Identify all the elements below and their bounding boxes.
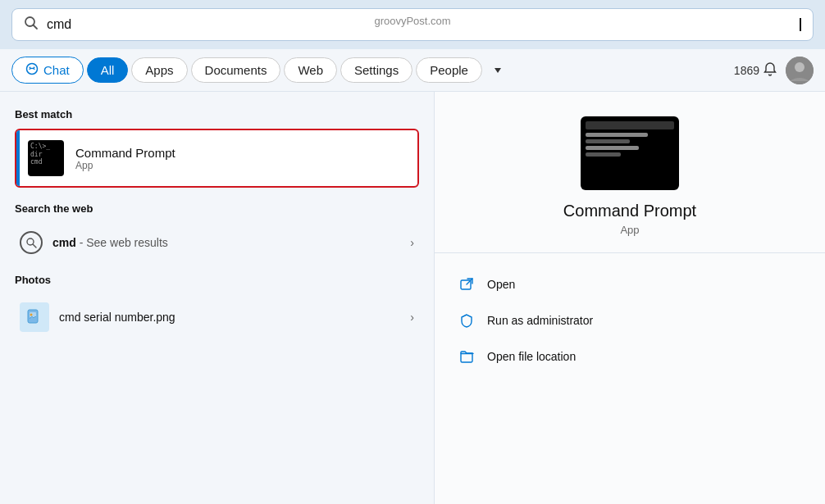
cmd-preview-bar <box>586 121 674 129</box>
right-app-type: App <box>620 224 639 236</box>
svg-line-14 <box>467 279 472 284</box>
photos-section: Photos cmd serial number.png › <box>15 274 419 340</box>
chevron-right-icon: › <box>410 236 414 249</box>
right-app-title: Command Prompt <box>563 202 696 220</box>
svg-marker-5 <box>495 68 501 73</box>
photos-section-label: Photos <box>15 274 419 286</box>
search-bar-container: cmd <box>0 0 825 49</box>
tab-documents[interactable]: Documents <box>191 57 281 83</box>
web-search-icon <box>20 231 43 254</box>
user-avatar[interactable] <box>786 57 814 84</box>
svg-point-7 <box>795 62 804 72</box>
tab-documents-label: Documents <box>205 63 267 77</box>
tab-web-label: Web <box>298 63 323 77</box>
photo-chevron-icon: › <box>410 311 414 324</box>
photo-item[interactable]: cmd serial number.png › <box>15 294 419 340</box>
tab-count-area: 1869 <box>734 57 814 84</box>
best-match-text: Command Prompt App <box>75 146 175 171</box>
tab-chat[interactable]: Chat <box>11 57 84 84</box>
notification-count: 1869 <box>734 61 777 79</box>
search-bar[interactable]: cmd <box>11 8 814 41</box>
tab-people-label: People <box>430 63 468 77</box>
app-preview: Command Prompt App <box>435 92 825 253</box>
tab-apps-label: Apps <box>145 63 173 77</box>
cmd-preview-line4 <box>586 152 621 157</box>
best-match-title: Command Prompt <box>75 146 175 160</box>
svg-line-1 <box>34 25 38 30</box>
main-content: Best match C:\>_dircmd Command Prompt Ap… <box>0 92 825 504</box>
folder-icon <box>458 347 476 366</box>
open-icon <box>458 275 476 293</box>
web-section: Search the web cmd - See web results › <box>15 202 419 262</box>
web-section-label: Search the web <box>15 202 419 215</box>
tab-all[interactable]: All <box>87 57 129 83</box>
web-query-suffix: - See web results <box>80 236 168 249</box>
tab-chat-label: Chat <box>43 63 70 77</box>
web-query-text: cmd - See web results <box>52 236 400 249</box>
text-cursor <box>800 18 801 31</box>
best-match-item[interactable]: C:\>_dircmd Command Prompt App <box>15 129 419 188</box>
web-search-item[interactable]: cmd - See web results › <box>15 223 419 262</box>
chat-icon <box>25 62 39 78</box>
search-query: cmd <box>47 17 791 32</box>
shield-icon <box>458 311 476 329</box>
action-open-label: Open <box>487 278 515 291</box>
svg-point-2 <box>27 64 38 75</box>
photo-file-icon <box>20 302 49 332</box>
svg-point-3 <box>30 67 31 69</box>
action-open[interactable]: Open <box>454 266 805 302</box>
svg-line-9 <box>33 244 36 247</box>
right-panel: Command Prompt App Open <box>435 92 825 504</box>
tab-people[interactable]: People <box>416 57 482 83</box>
cmd-preview-line2 <box>586 139 630 143</box>
more-tabs-button[interactable] <box>485 58 510 83</box>
action-file-location[interactable]: Open file location <box>454 338 805 375</box>
left-panel: Best match C:\>_dircmd Command Prompt Ap… <box>0 92 435 504</box>
action-file-location-label: Open file location <box>487 350 576 363</box>
cmd-preview-thumbnail <box>581 116 679 190</box>
svg-point-4 <box>34 67 35 69</box>
command-prompt-icon: C:\>_dircmd <box>28 140 64 176</box>
action-run-admin-label: Run as administrator <box>487 314 593 327</box>
tab-settings[interactable]: Settings <box>340 57 412 83</box>
tab-all-label: All <box>101 63 115 77</box>
web-query-bold: cmd <box>52 236 76 249</box>
notification-icon <box>763 61 777 79</box>
tab-apps[interactable]: Apps <box>131 57 187 83</box>
tabs-bar: Chat All Apps Documents Web Settings Peo… <box>0 49 825 92</box>
best-match-subtitle: App <box>75 160 175 171</box>
search-icon <box>24 16 39 34</box>
right-actions: Open Run as administrator Open file l <box>435 253 825 388</box>
tab-web[interactable]: Web <box>284 57 337 83</box>
action-run-admin[interactable]: Run as administrator <box>454 302 805 338</box>
best-match-label: Best match <box>15 108 419 120</box>
cmd-preview-line1 <box>586 133 648 137</box>
cmd-icon-text: C:\>_dircmd <box>30 143 50 166</box>
photo-item-name: cmd serial number.png <box>59 311 400 324</box>
svg-point-12 <box>30 314 33 316</box>
count-number: 1869 <box>734 64 759 77</box>
tab-settings-label: Settings <box>354 63 399 77</box>
cmd-preview-line3 <box>586 146 639 150</box>
